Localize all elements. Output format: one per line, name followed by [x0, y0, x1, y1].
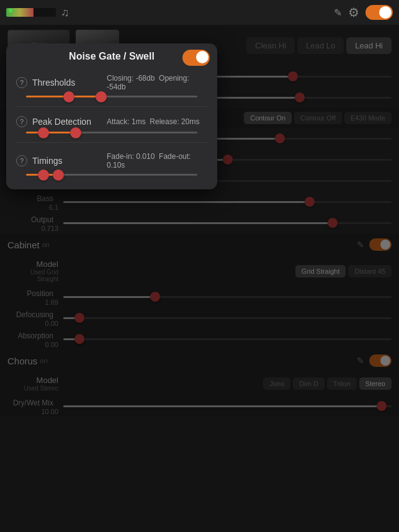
- level-dot: [9, 9, 12, 12]
- divider1: [16, 106, 207, 107]
- thresholds-slider-container: [16, 94, 207, 100]
- thresholds-slider-track[interactable]: [26, 96, 197, 97]
- timings-slider-container: [16, 173, 207, 178]
- peak-detection-values: Attack: 1ms Release: 20ms: [107, 117, 207, 126]
- top-bar: ♫ ✎ ⚙: [0, 0, 399, 25]
- noise-gate-modal: Noise Gate / Swell ? Thresholds Closing:…: [6, 43, 217, 189]
- timings-values: Fade-in: 0.010 Fade-out: 0.10s: [107, 152, 207, 169]
- tune-icon[interactable]: ♫: [61, 6, 69, 19]
- divider2: [16, 142, 207, 143]
- level-indicator: [6, 8, 56, 17]
- timings-slider-thumb1[interactable]: [38, 169, 49, 181]
- modal-title: Noise Gate / Swell: [69, 51, 155, 62]
- timings-help[interactable]: ?: [16, 155, 27, 166]
- gear-icon[interactable]: ⚙: [348, 5, 359, 20]
- peak-help[interactable]: ?: [16, 116, 27, 127]
- peak-slider-track[interactable]: [26, 132, 197, 133]
- modal-header: Noise Gate / Swell: [6, 43, 217, 67]
- thresholds-slider-thumb2[interactable]: [96, 91, 107, 102]
- peak-slider-container: [16, 130, 207, 136]
- timings-slider-thumb2[interactable]: [53, 169, 64, 181]
- top-bar-left: ♫: [6, 6, 328, 19]
- thresholds-help[interactable]: ?: [16, 77, 27, 88]
- pencil-icon-top[interactable]: ✎: [334, 7, 342, 19]
- timings-label: Timings: [32, 156, 107, 166]
- peak-detection-section: ? Peak Detection Attack: 1ms Release: 20…: [6, 109, 217, 140]
- thresholds-label: Thresholds: [32, 78, 107, 88]
- noise-gate-toggle[interactable]: [182, 50, 210, 66]
- thresholds-row: ? Thresholds Closing: -68db Opening: -54…: [16, 71, 207, 94]
- peak-slider-thumb2[interactable]: [70, 127, 81, 138]
- peak-detection-label: Peak Detection: [32, 117, 107, 127]
- main-power-toggle[interactable]: [365, 5, 393, 20]
- thresholds-values: Closing: -68db Opening: -54db: [107, 74, 207, 91]
- main-content: Clean Hi Lead Lo Lead Hi Input 0.500 Gai…: [0, 25, 399, 532]
- timings-section: ? Timings Fade-in: 0.010 Fade-out: 0.10s: [6, 145, 217, 182]
- thresholds-slider-thumb1[interactable]: [63, 91, 74, 102]
- thresholds-section: ? Thresholds Closing: -68db Opening: -54…: [6, 67, 217, 104]
- peak-slider-thumb1[interactable]: [38, 127, 49, 138]
- timings-slider-track[interactable]: [26, 174, 197, 176]
